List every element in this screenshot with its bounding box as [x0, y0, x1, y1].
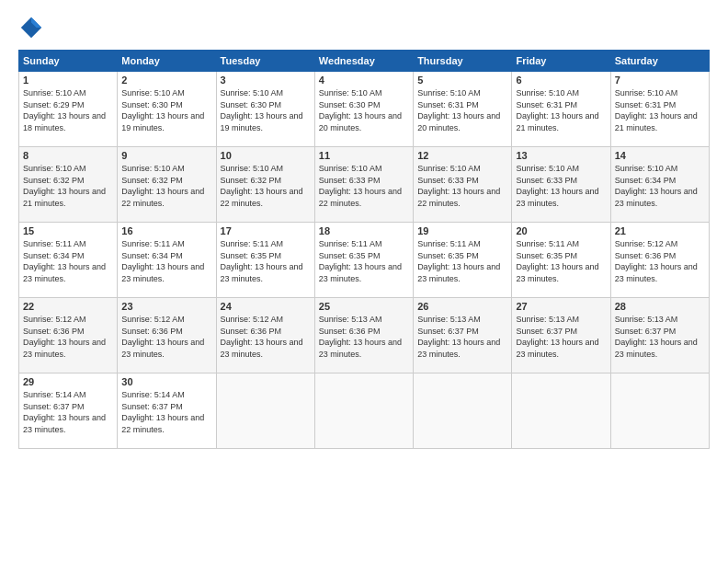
day-number: 26	[417, 301, 507, 312]
day-number: 11	[319, 150, 409, 161]
calendar-cell: 10 Sunrise: 5:10 AM Sunset: 6:32 PM Dayl…	[216, 147, 314, 223]
calendar-cell	[314, 373, 413, 449]
day-info: Sunrise: 5:10 AM Sunset: 6:33 PM Dayligh…	[319, 163, 409, 209]
day-number: 27	[516, 301, 606, 312]
calendar-cell	[414, 373, 512, 449]
calendar-cell: 26 Sunrise: 5:13 AM Sunset: 6:37 PM Dayl…	[414, 298, 512, 373]
day-number: 4	[319, 75, 409, 86]
calendar-week-row: 1 Sunrise: 5:10 AM Sunset: 6:29 PM Dayli…	[19, 72, 710, 147]
day-info: Sunrise: 5:12 AM Sunset: 6:36 PM Dayligh…	[615, 238, 705, 284]
header	[18, 15, 710, 40]
calendar-cell: 13 Sunrise: 5:10 AM Sunset: 6:33 PM Dayl…	[512, 147, 610, 223]
day-info: Sunrise: 5:11 AM Sunset: 6:35 PM Dayligh…	[319, 238, 409, 284]
day-info: Sunrise: 5:10 AM Sunset: 6:32 PM Dayligh…	[221, 163, 311, 209]
day-number: 3	[221, 75, 311, 86]
calendar-cell: 15 Sunrise: 5:11 AM Sunset: 6:34 PM Dayl…	[19, 223, 118, 298]
calendar-cell: 6 Sunrise: 5:10 AM Sunset: 6:31 PM Dayli…	[512, 72, 610, 147]
day-info: Sunrise: 5:13 AM Sunset: 6:37 PM Dayligh…	[417, 314, 507, 360]
day-info: Sunrise: 5:10 AM Sunset: 6:30 PM Dayligh…	[221, 87, 311, 133]
calendar-cell: 2 Sunrise: 5:10 AM Sunset: 6:30 PM Dayli…	[118, 72, 216, 147]
calendar-week-row: 22 Sunrise: 5:12 AM Sunset: 6:36 PM Dayl…	[19, 298, 710, 373]
calendar-cell: 7 Sunrise: 5:10 AM Sunset: 6:31 PM Dayli…	[610, 72, 709, 147]
day-number: 8	[23, 150, 113, 161]
calendar-cell	[610, 373, 709, 449]
day-info: Sunrise: 5:10 AM Sunset: 6:32 PM Dayligh…	[121, 163, 211, 209]
calendar-cell: 25 Sunrise: 5:13 AM Sunset: 6:36 PM Dayl…	[314, 298, 413, 373]
logo	[18, 15, 48, 40]
calendar-cell: 24 Sunrise: 5:12 AM Sunset: 6:36 PM Dayl…	[216, 298, 314, 373]
calendar-cell: 1 Sunrise: 5:10 AM Sunset: 6:29 PM Dayli…	[19, 72, 118, 147]
calendar-cell: 23 Sunrise: 5:12 AM Sunset: 6:36 PM Dayl…	[118, 298, 216, 373]
day-number: 23	[121, 301, 211, 312]
day-number: 13	[516, 150, 606, 161]
calendar-cell: 16 Sunrise: 5:11 AM Sunset: 6:34 PM Dayl…	[118, 223, 216, 298]
day-info: Sunrise: 5:11 AM Sunset: 6:34 PM Dayligh…	[23, 238, 113, 284]
day-info: Sunrise: 5:12 AM Sunset: 6:36 PM Dayligh…	[221, 314, 311, 360]
calendar-week-row: 8 Sunrise: 5:10 AM Sunset: 6:32 PM Dayli…	[19, 147, 710, 223]
day-number: 15	[23, 225, 113, 236]
calendar-cell: 20 Sunrise: 5:11 AM Sunset: 6:35 PM Dayl…	[512, 223, 610, 298]
day-number: 6	[516, 75, 606, 86]
day-number: 18	[319, 225, 409, 236]
calendar-cell: 29 Sunrise: 5:14 AM Sunset: 6:37 PM Dayl…	[19, 373, 118, 449]
calendar-cell: 9 Sunrise: 5:10 AM Sunset: 6:32 PM Dayli…	[118, 147, 216, 223]
day-info: Sunrise: 5:10 AM Sunset: 6:33 PM Dayligh…	[417, 163, 507, 209]
day-info: Sunrise: 5:11 AM Sunset: 6:34 PM Dayligh…	[121, 238, 211, 284]
day-number: 30	[121, 376, 211, 387]
calendar-cell: 21 Sunrise: 5:12 AM Sunset: 6:36 PM Dayl…	[610, 223, 709, 298]
day-number: 22	[23, 301, 113, 312]
calendar-cell: 27 Sunrise: 5:13 AM Sunset: 6:37 PM Dayl…	[512, 298, 610, 373]
day-info: Sunrise: 5:10 AM Sunset: 6:31 PM Dayligh…	[417, 87, 507, 133]
logo-icon	[18, 15, 44, 40]
calendar-day-header: Friday	[512, 51, 610, 72]
day-number: 5	[417, 75, 507, 86]
day-number: 12	[417, 150, 507, 161]
day-number: 10	[221, 150, 311, 161]
calendar-cell: 14 Sunrise: 5:10 AM Sunset: 6:34 PM Dayl…	[610, 147, 709, 223]
calendar-cell: 17 Sunrise: 5:11 AM Sunset: 6:35 PM Dayl…	[216, 223, 314, 298]
calendar-day-header: Tuesday	[216, 51, 314, 72]
calendar-cell: 5 Sunrise: 5:10 AM Sunset: 6:31 PM Dayli…	[414, 72, 512, 147]
day-number: 19	[417, 225, 507, 236]
calendar-cell: 3 Sunrise: 5:10 AM Sunset: 6:30 PM Dayli…	[216, 72, 314, 147]
day-info: Sunrise: 5:10 AM Sunset: 6:29 PM Dayligh…	[23, 87, 113, 133]
calendar-cell: 4 Sunrise: 5:10 AM Sunset: 6:30 PM Dayli…	[314, 72, 413, 147]
calendar-cell: 28 Sunrise: 5:13 AM Sunset: 6:37 PM Dayl…	[610, 298, 709, 373]
day-info: Sunrise: 5:10 AM Sunset: 6:30 PM Dayligh…	[319, 87, 409, 133]
day-number: 24	[221, 301, 311, 312]
day-info: Sunrise: 5:13 AM Sunset: 6:37 PM Dayligh…	[615, 314, 705, 360]
calendar-cell: 18 Sunrise: 5:11 AM Sunset: 6:35 PM Dayl…	[314, 223, 413, 298]
calendar-cell: 12 Sunrise: 5:10 AM Sunset: 6:33 PM Dayl…	[414, 147, 512, 223]
day-info: Sunrise: 5:10 AM Sunset: 6:31 PM Dayligh…	[516, 87, 606, 133]
day-info: Sunrise: 5:10 AM Sunset: 6:33 PM Dayligh…	[516, 163, 606, 209]
page: SundayMondayTuesdayWednesdayThursdayFrid…	[0, 0, 728, 563]
day-info: Sunrise: 5:12 AM Sunset: 6:36 PM Dayligh…	[121, 314, 211, 360]
calendar-day-header: Wednesday	[314, 51, 413, 72]
day-number: 21	[615, 225, 705, 236]
calendar-table: SundayMondayTuesdayWednesdayThursdayFrid…	[18, 50, 710, 449]
day-number: 14	[615, 150, 705, 161]
day-number: 25	[319, 301, 409, 312]
calendar-cell: 22 Sunrise: 5:12 AM Sunset: 6:36 PM Dayl…	[19, 298, 118, 373]
day-number: 2	[121, 75, 211, 86]
day-info: Sunrise: 5:12 AM Sunset: 6:36 PM Dayligh…	[23, 314, 113, 360]
day-info: Sunrise: 5:11 AM Sunset: 6:35 PM Dayligh…	[516, 238, 606, 284]
calendar-day-header: Thursday	[414, 51, 512, 72]
day-number: 28	[615, 301, 705, 312]
day-info: Sunrise: 5:11 AM Sunset: 6:35 PM Dayligh…	[221, 238, 311, 284]
day-number: 1	[23, 75, 113, 86]
day-info: Sunrise: 5:14 AM Sunset: 6:37 PM Dayligh…	[121, 389, 211, 435]
day-number: 20	[516, 225, 606, 236]
day-info: Sunrise: 5:10 AM Sunset: 6:31 PM Dayligh…	[615, 87, 705, 133]
day-info: Sunrise: 5:13 AM Sunset: 6:36 PM Dayligh…	[319, 314, 409, 360]
day-info: Sunrise: 5:13 AM Sunset: 6:37 PM Dayligh…	[516, 314, 606, 360]
calendar-week-row: 29 Sunrise: 5:14 AM Sunset: 6:37 PM Dayl…	[19, 373, 710, 449]
day-info: Sunrise: 5:11 AM Sunset: 6:35 PM Dayligh…	[417, 238, 507, 284]
calendar-cell: 30 Sunrise: 5:14 AM Sunset: 6:37 PM Dayl…	[118, 373, 216, 449]
day-number: 7	[615, 75, 705, 86]
day-number: 29	[23, 376, 113, 387]
calendar-cell: 19 Sunrise: 5:11 AM Sunset: 6:35 PM Dayl…	[414, 223, 512, 298]
calendar-day-header: Monday	[118, 51, 216, 72]
calendar-day-header: Saturday	[610, 51, 709, 72]
calendar-week-row: 15 Sunrise: 5:11 AM Sunset: 6:34 PM Dayl…	[19, 223, 710, 298]
